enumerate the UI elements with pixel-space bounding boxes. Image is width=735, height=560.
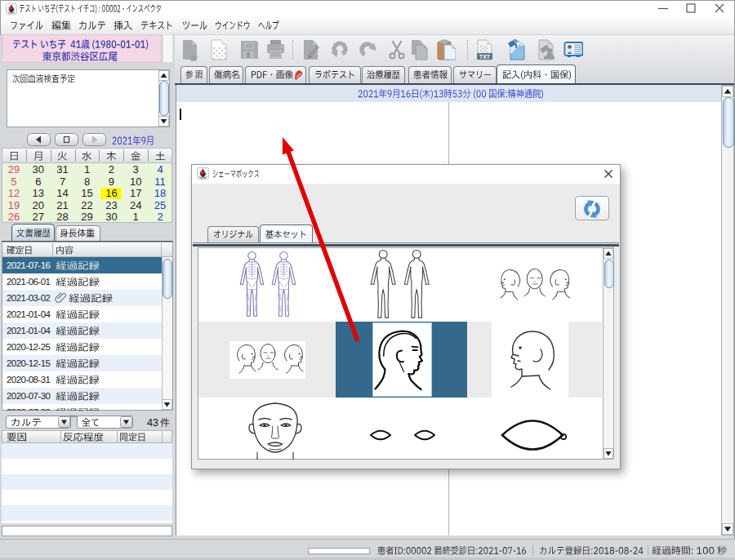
svg-text:TXT: TXT [479,54,491,60]
